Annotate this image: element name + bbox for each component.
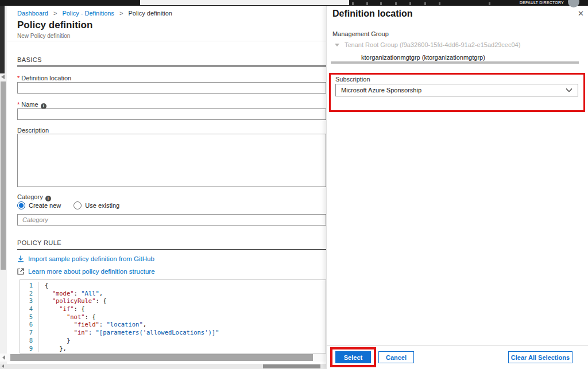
scroll-left-arrow-icon[interactable] <box>2 364 4 368</box>
policy-definition-blade: Dashboard > Policy - Definitions > Polic… <box>7 6 326 369</box>
toolbar-icon[interactable] <box>439 2 440 5</box>
toolbar-icon[interactable] <box>395 2 397 5</box>
header-divider <box>7 41 326 41</box>
required-asterisk: * <box>17 75 20 81</box>
radio-create-new-label: Create new <box>29 202 61 209</box>
top-nav-bar: DEFAULT DIRECTORY <box>0 0 588 6</box>
breadcrumb: Dashboard > Policy - Definitions > Polic… <box>17 10 172 17</box>
global-search-input[interactable] <box>140 0 349 5</box>
cancel-button[interactable]: Cancel <box>378 351 414 363</box>
toolbar-icon[interactable] <box>409 2 411 5</box>
breadcrumb-dashboard[interactable]: Dashboard <box>17 10 48 17</box>
line-number: 8 <box>20 337 39 345</box>
line-number: 7 <box>20 329 39 337</box>
code-line: 3 "policyRule": { <box>20 297 326 305</box>
category-input[interactable] <box>17 214 326 226</box>
definition-location-panel: Definition location ✕ Management Group T… <box>326 6 588 369</box>
editor-scrollbar-thumb[interactable] <box>10 354 313 361</box>
toolbar-icon[interactable] <box>424 2 426 5</box>
breadcrumb-current: Policy definition <box>128 10 172 17</box>
definition-location-label: *Definition location <box>17 75 71 81</box>
scroll-arrow-icon[interactable] <box>1 75 5 79</box>
code-line: 6 "field": "location", <box>20 321 326 329</box>
code-line: 1{ <box>20 282 326 290</box>
line-number: 9 <box>20 345 39 353</box>
external-link-icon <box>17 268 24 275</box>
toolbar-icon[interactable] <box>366 2 368 5</box>
page-subtitle: New Policy definition <box>17 33 70 39</box>
page-scrollbar-thumb[interactable] <box>263 364 320 368</box>
code-line: 8 } <box>20 337 326 345</box>
breadcrumb-separator: > <box>119 10 123 17</box>
line-number: 2 <box>20 290 39 298</box>
page-title: Policy definition <box>17 20 92 31</box>
required-asterisk: * <box>17 101 20 108</box>
subscription-dropdown[interactable]: Microsoft Azure Sponsorship <box>335 84 578 96</box>
line-number: 4 <box>20 305 39 313</box>
basics-section-heading: BASICS <box>17 56 42 63</box>
subscription-label: Subscription <box>335 76 370 83</box>
tree-item-tenant-root-group[interactable]: Tenant Root Group (f9a32600-15fd-4dd6-91… <box>335 41 520 48</box>
clear-all-selections-button[interactable]: Clear All Selections <box>508 351 572 363</box>
code-line: 2 "mode": "All", <box>20 290 326 298</box>
chevron-down-icon[interactable] <box>335 44 339 46</box>
scroll-left-arrow-icon[interactable] <box>2 355 5 360</box>
footer-divider <box>327 345 588 346</box>
radio-use-existing-label: Use existing <box>85 202 119 209</box>
select-button[interactable]: Select <box>335 351 371 363</box>
description-label: Description <box>17 127 49 134</box>
panel-title: Definition location <box>332 9 413 19</box>
toolbar-icon[interactable] <box>489 2 490 5</box>
info-icon[interactable]: i <box>45 196 51 201</box>
import-sample-link[interactable]: Import sample policy definition from Git… <box>17 255 154 262</box>
directory-label: DEFAULT DIRECTORY <box>520 1 564 5</box>
code-line: 5 "not": { <box>20 313 326 321</box>
policy-rule-section-heading: POLICY RULE <box>17 239 61 246</box>
line-number: 6 <box>20 321 39 329</box>
code-line: 4 "if": { <box>20 305 326 313</box>
radio-use-existing[interactable] <box>74 201 82 209</box>
section-divider <box>17 65 326 67</box>
breadcrumb-policy-definitions[interactable]: Policy - Definitions <box>62 10 114 17</box>
toolbar-icon[interactable] <box>380 2 382 5</box>
radio-create-new[interactable] <box>17 201 25 209</box>
close-icon[interactable]: ✕ <box>578 10 584 17</box>
tree-horizontal-scrollbar[interactable] <box>331 61 579 64</box>
breadcrumb-separator: > <box>53 10 57 17</box>
subscription-selected-value: Microsoft Azure Sponsorship <box>341 87 421 94</box>
description-textarea[interactable] <box>17 134 326 187</box>
line-number: 1 <box>20 282 39 290</box>
toolbar-icon[interactable] <box>352 2 354 5</box>
category-radio-group: Create new Use existing <box>17 201 129 209</box>
collapsed-blade-edge <box>0 6 5 73</box>
vertical-scrollbar-thumb[interactable] <box>1 81 6 270</box>
chevron-down-icon <box>566 88 572 92</box>
tree-item-ktorganizationmgtgrp[interactable]: ktorganizationmgtgrp (ktorganizationmgtg… <box>361 54 485 61</box>
line-number: 3 <box>20 297 39 305</box>
line-number: 5 <box>20 313 39 321</box>
name-label: *Namei <box>17 101 47 109</box>
name-input[interactable] <box>17 108 326 120</box>
definition-location-input[interactable] <box>17 82 326 94</box>
download-icon <box>17 255 24 262</box>
section-divider <box>17 249 326 250</box>
category-label: Categoryi <box>17 193 51 201</box>
learn-more-link[interactable]: Learn more about policy definition struc… <box>17 268 155 275</box>
page-horizontal-scrollbar[interactable] <box>0 364 326 369</box>
management-group-label: Management Group <box>332 30 389 37</box>
code-line: 7 "in": "[parameters('allowedLocations')… <box>20 329 326 337</box>
editor-horizontal-scrollbar[interactable] <box>0 354 326 362</box>
code-line: 9 }, <box>20 345 326 353</box>
policy-rule-code-editor[interactable]: 1{2 "mode": "All",3 "policyRule": {4 "if… <box>20 279 326 354</box>
